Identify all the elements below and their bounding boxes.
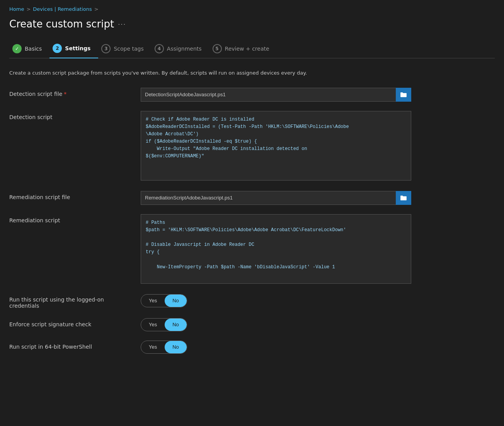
enforce-signature-label: Enforce script signature check	[9, 318, 133, 327]
wizard-step-assignments[interactable]: 4 Assignments	[152, 41, 209, 58]
enforce-signature-no-button[interactable]: No	[165, 319, 187, 331]
wizard-step-basics[interactable]: ✓ Basics	[9, 41, 49, 58]
run-logged-on-toggle: Yes No	[141, 294, 187, 307]
run-64bit-toggle: Yes No	[141, 341, 187, 354]
remediation-script-file-label: Remediation script file	[9, 191, 133, 200]
wizard-step-review-create[interactable]: 5 Review + create	[209, 41, 277, 58]
remediation-script-file-control	[141, 191, 411, 205]
breadcrumb-sep-2: >	[94, 6, 99, 12]
step-label-basics: Basics	[25, 46, 42, 52]
remediation-script-textarea[interactable]: # Paths $path = 'HKLM:\SOFTWARE\Policies…	[141, 214, 411, 284]
enforce-signature-control: Yes No	[141, 318, 411, 331]
remediation-script-control: # Paths $path = 'HKLM:\SOFTWARE\Policies…	[141, 214, 411, 285]
enforce-signature-yes-button[interactable]: Yes	[141, 319, 165, 331]
detection-script-control: # Check if Adobe Reader DC is installed …	[141, 111, 411, 182]
run-logged-on-no-button[interactable]: No	[165, 295, 187, 307]
required-star: *	[64, 91, 66, 97]
breadcrumb-sep-1: >	[26, 6, 31, 12]
wizard-step-scope-tags[interactable]: 3 Scope tags	[98, 41, 151, 58]
detection-file-input-row	[141, 88, 411, 102]
step-label-review-create: Review + create	[225, 46, 269, 52]
step-circle-review-create: 5	[213, 44, 222, 53]
step-circle-settings: 2	[53, 44, 62, 53]
remediation-script-label: Remediation script	[9, 214, 133, 223]
wizard-step-settings[interactable]: 2 Settings	[49, 41, 98, 58]
run-64bit-no-button[interactable]: No	[165, 341, 187, 353]
step-label-settings: Settings	[65, 45, 90, 51]
detection-script-row: Detection script # Check if Adobe Reader…	[9, 111, 495, 182]
step-circle-basics: ✓	[12, 44, 22, 53]
breadcrumb-devices[interactable]: Devices | Remediations	[33, 6, 92, 12]
wizard-steps: ✓ Basics 2 Settings 3 Scope tags 4 Assig…	[9, 41, 495, 58]
step-circle-scope-tags: 3	[101, 44, 111, 53]
detection-script-file-row: Detection script file*	[9, 88, 495, 102]
page-title: Create custom script	[9, 18, 114, 30]
remediation-script-browse-button[interactable]	[396, 191, 411, 205]
detection-script-file-control	[141, 88, 411, 102]
detection-script-file-label: Detection script file*	[9, 88, 133, 97]
enforce-signature-toggle: Yes No	[141, 318, 187, 331]
step-circle-assignments: 4	[155, 44, 164, 53]
detection-script-textarea[interactable]: # Check if Adobe Reader DC is installed …	[141, 111, 411, 181]
breadcrumb: Home > Devices | Remediations >	[9, 6, 495, 12]
detection-script-label: Detection script	[9, 111, 133, 120]
remediation-file-input-row	[141, 191, 411, 205]
run-logged-on-label: Run this script using the logged-on cred…	[9, 294, 133, 309]
detection-script-browse-button[interactable]	[396, 88, 411, 102]
run-64bit-yes-button[interactable]: Yes	[141, 341, 165, 353]
folder-icon	[400, 92, 407, 97]
run-logged-on-yes-button[interactable]: Yes	[141, 295, 165, 307]
detection-script-file-input[interactable]	[141, 88, 396, 102]
enforce-signature-row: Enforce script signature check Yes No	[9, 318, 495, 331]
run-logged-on-row: Run this script using the logged-on cred…	[9, 294, 495, 309]
run-64bit-control: Yes No	[141, 341, 411, 354]
page-title-row: Create custom script ···	[9, 18, 495, 30]
section-description: Create a custom script package from scri…	[9, 69, 495, 77]
step-label-scope-tags: Scope tags	[114, 46, 143, 52]
run-64bit-row: Run script in 64-bit PowerShell Yes No	[9, 341, 495, 354]
remediation-script-file-row: Remediation script file	[9, 191, 495, 205]
ellipsis-button[interactable]: ···	[118, 20, 126, 28]
step-label-assignments: Assignments	[167, 46, 202, 52]
breadcrumb-home[interactable]: Home	[9, 6, 24, 12]
run-logged-on-control: Yes No	[141, 294, 411, 307]
folder-icon-2	[400, 195, 407, 201]
run-64bit-label: Run script in 64-bit PowerShell	[9, 341, 133, 350]
remediation-script-row: Remediation script # Paths $path = 'HKLM…	[9, 214, 495, 285]
remediation-script-file-input[interactable]	[141, 191, 396, 205]
